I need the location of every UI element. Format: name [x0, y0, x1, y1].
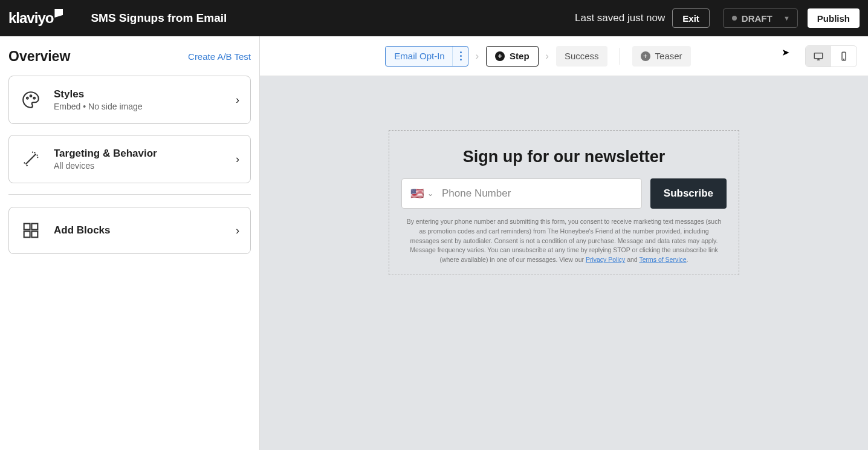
status-label: DRAFT — [742, 13, 772, 24]
status-dropdown[interactable]: DRAFT ▼ — [723, 8, 798, 28]
plus-circle-icon: + — [641, 51, 650, 61]
step-label: Success — [565, 51, 599, 61]
svg-point-2 — [33, 97, 35, 99]
svg-rect-7 — [814, 53, 823, 58]
svg-point-1 — [30, 95, 32, 97]
legal-and: and — [625, 256, 639, 263]
phone-input[interactable]: 🇺🇸 ⌄ Phone Number — [401, 178, 642, 209]
svg-point-9 — [844, 59, 844, 59]
logo-mark-icon — [54, 9, 63, 18]
publish-label: Publish — [817, 13, 850, 24]
divider — [8, 194, 251, 195]
privacy-policy-link[interactable]: Privacy Policy — [586, 256, 625, 263]
create-ab-test-link[interactable]: Create A/B Test — [188, 51, 251, 62]
step-label: Teaser — [655, 51, 682, 61]
chevron-right-icon: › — [236, 153, 239, 166]
caret-down-icon[interactable]: ⌄ — [427, 189, 433, 198]
add-blocks-card[interactable]: Add Blocks › — [8, 207, 251, 254]
magic-wand-icon — [20, 148, 42, 170]
kebab-icon[interactable] — [458, 51, 464, 60]
svg-point-0 — [27, 97, 28, 99]
exit-label: Exit — [682, 13, 699, 24]
terms-link[interactable]: Terms of Service — [639, 256, 686, 263]
svg-rect-4 — [31, 224, 37, 230]
add-step-button[interactable]: + Step — [486, 46, 539, 67]
canvas: Email Opt-In › + Step › Success + Teaser — [260, 36, 868, 450]
legal-period: . — [687, 256, 688, 263]
blocks-icon — [20, 220, 42, 241]
step-success[interactable]: Success — [556, 46, 607, 67]
status-dot-icon — [732, 16, 737, 21]
legal-text[interactable]: By entering your phone number and submit… — [401, 217, 727, 265]
step-navigator: Email Opt-In › + Step › Success + Teaser — [385, 46, 690, 67]
mobile-icon — [838, 51, 849, 62]
canvas-toolbar: Email Opt-In › + Step › Success + Teaser — [260, 36, 868, 76]
plus-circle-icon: + — [495, 51, 505, 61]
svg-rect-6 — [31, 231, 37, 237]
logo-text: klaviyo — [8, 10, 53, 27]
caret-down-icon: ▼ — [783, 15, 790, 22]
top-bar: klaviyo SMS Signups from Email Last save… — [0, 0, 868, 36]
chevron-right-icon: › — [473, 51, 481, 62]
sidebar: Overview Create A/B Test Styles Embed • … — [0, 36, 260, 450]
cursor-icon: ➤ — [782, 47, 789, 58]
card-subtitle: All devices — [54, 161, 236, 171]
palette-icon — [20, 89, 42, 111]
card-title: Targeting & Behavior — [54, 148, 236, 160]
exit-button[interactable]: Exit — [672, 8, 710, 28]
targeting-card[interactable]: Targeting & Behavior All devices › — [8, 135, 251, 183]
step-label: Step — [510, 51, 530, 61]
chevron-right-icon: › — [236, 224, 239, 237]
device-toggle — [805, 45, 857, 67]
sidebar-title: Overview — [8, 48, 70, 65]
chevron-right-icon: › — [543, 51, 551, 62]
svg-rect-5 — [24, 231, 30, 237]
us-flag-icon[interactable]: 🇺🇸 — [410, 187, 424, 200]
card-subtitle: Embed • No side image — [54, 102, 236, 111]
step-email-opt-in[interactable]: Email Opt-In — [385, 46, 468, 67]
last-saved-text: Last saved just now — [575, 12, 665, 24]
mobile-view-button[interactable] — [831, 46, 857, 67]
separator — [620, 48, 620, 65]
publish-button[interactable]: Publish — [808, 8, 860, 28]
phone-placeholder: Phone Number — [442, 188, 511, 200]
svg-rect-3 — [24, 224, 30, 230]
card-title: Add Blocks — [54, 224, 236, 236]
form-preview[interactable]: Sign up for our newsletter 🇺🇸 ⌄ Phone Nu… — [389, 130, 739, 275]
desktop-icon — [813, 51, 824, 62]
page-title: SMS Signups from Email — [91, 11, 227, 25]
desktop-view-button[interactable] — [806, 46, 831, 67]
card-title: Styles — [54, 88, 236, 100]
subscribe-button[interactable]: Subscribe — [650, 178, 727, 209]
styles-card[interactable]: Styles Embed • No side image › — [8, 76, 251, 124]
form-heading[interactable]: Sign up for our newsletter — [401, 148, 727, 166]
step-label: Email Opt-In — [394, 51, 444, 61]
chevron-right-icon: › — [236, 94, 239, 106]
subscribe-label: Subscribe — [664, 188, 713, 200]
logo: klaviyo — [8, 10, 63, 27]
add-teaser-button[interactable]: + Teaser — [632, 46, 691, 67]
